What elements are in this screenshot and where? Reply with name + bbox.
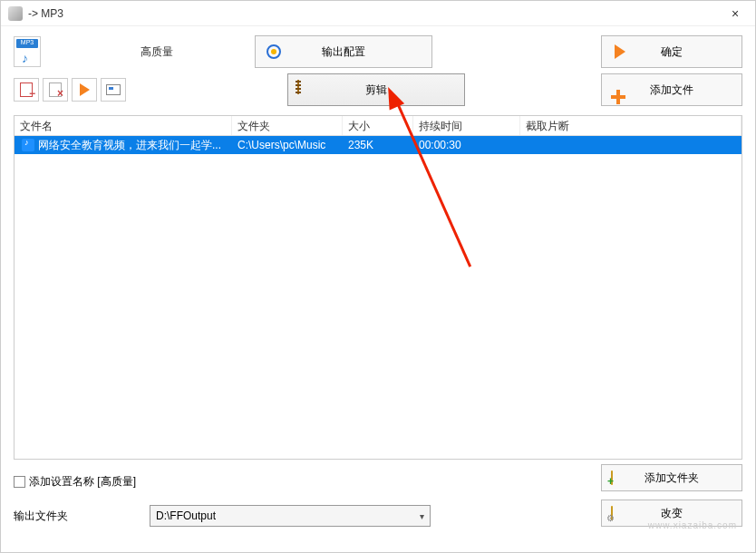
cell-folder: C:\Users\pc\Music (232, 137, 343, 153)
output-folder-label: 输出文件夹 (14, 509, 68, 524)
list-icon (106, 84, 121, 95)
add-file-label: 添加文件 (650, 82, 693, 98)
clear-icon (49, 82, 62, 97)
footer-area: 添加设置名称 [高质量] 添加文件夹 输出文件夹 D:\FFOutput ▾ 改… (1, 460, 755, 538)
remove-item-button[interactable] (14, 78, 39, 102)
folder-add-icon (611, 471, 613, 484)
top-toolbar: 高质量 输出配置 确定 (1, 26, 755, 68)
change-label: 改变 (661, 506, 683, 521)
folder-gear-icon (611, 507, 613, 519)
app-icon (8, 6, 23, 21)
cell-size: 235K (343, 137, 413, 153)
col-folder[interactable]: 文件夹 (232, 116, 343, 135)
close-button[interactable]: × (722, 6, 748, 21)
film-icon (297, 81, 315, 99)
ok-label: 确定 (661, 44, 683, 60)
main-window: -> MP3 × 高质量 输出配置 确定 剪辑 添加文件 文件名 (0, 0, 756, 553)
output-folder-combo[interactable]: D:\FFOutput ▾ (150, 505, 431, 527)
table-header: 文件名 文件夹 大小 持续时间 截取片断 (15, 116, 741, 136)
play-button[interactable] (72, 78, 97, 102)
col-duration[interactable]: 持续时间 (413, 116, 520, 135)
add-setting-label: 添加设置名称 [高质量] (29, 474, 136, 490)
edit-label: 剪辑 (365, 82, 387, 98)
remove-icon (20, 82, 33, 97)
output-config-button[interactable]: 输出配置 (255, 35, 432, 68)
col-clip[interactable]: 截取片断 (520, 116, 741, 135)
cell-clip (520, 143, 741, 147)
mp3-format-icon (14, 36, 41, 67)
gear-icon (265, 43, 283, 61)
add-setting-checkbox[interactable] (14, 476, 25, 488)
play-icon (80, 83, 90, 96)
music-icon (22, 139, 34, 151)
change-button[interactable]: 改变 (601, 500, 742, 527)
cell-filename: 网络安全教育视频，进来我们一起学... (38, 138, 221, 153)
add-folder-label: 添加文件夹 (645, 471, 699, 486)
titlebar: -> MP3 × (1, 1, 755, 26)
quality-label: 高质量 (141, 44, 173, 60)
add-folder-button[interactable]: 添加文件夹 (601, 464, 742, 491)
col-filename[interactable]: 文件名 (15, 116, 232, 135)
chevron-down-icon: ▾ (420, 511, 424, 521)
edit-button[interactable]: 剪辑 (287, 73, 465, 106)
cell-duration: 00:00:30 (413, 137, 520, 153)
col-size[interactable]: 大小 (343, 116, 413, 135)
output-folder-value: D:\FFOutput (156, 509, 216, 522)
file-table: 文件名 文件夹 大小 持续时间 截取片断 网络安全教育视频，进来我们一起学...… (14, 115, 742, 460)
window-title: -> MP3 (28, 7, 722, 20)
clear-list-button[interactable] (43, 78, 68, 102)
arrow-right-icon (611, 43, 629, 61)
add-file-button[interactable]: 添加文件 (601, 73, 742, 106)
view-button[interactable] (101, 78, 126, 102)
ok-button[interactable]: 确定 (601, 35, 742, 68)
table-row[interactable]: 网络安全教育视频，进来我们一起学... C:\Users\pc\Music 23… (15, 136, 741, 154)
output-config-label: 输出配置 (322, 44, 365, 60)
second-toolbar: 剪辑 添加文件 (1, 68, 755, 115)
